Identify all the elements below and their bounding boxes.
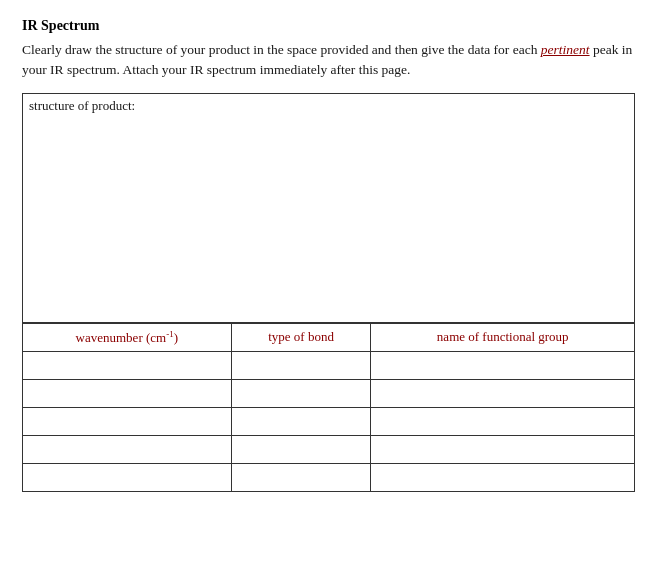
table-row — [23, 435, 635, 463]
cell-group-3 — [371, 407, 635, 435]
table-row — [23, 351, 635, 379]
cell-wavenumber-5 — [23, 463, 232, 491]
cell-wavenumber-2 — [23, 379, 232, 407]
cell-bond-5 — [231, 463, 371, 491]
cell-group-4 — [371, 435, 635, 463]
cell-wavenumber-1 — [23, 351, 232, 379]
table-row — [23, 463, 635, 491]
description: Clearly draw the structure of your produ… — [22, 40, 635, 81]
col-wavenumber: wavenumber (cm-1) — [23, 323, 232, 351]
cell-bond-3 — [231, 407, 371, 435]
col-type-of-bond: type of bond — [231, 323, 371, 351]
ir-data-table: wavenumber (cm-1) type of bond name of f… — [22, 323, 635, 492]
cell-group-1 — [371, 351, 635, 379]
cell-bond-2 — [231, 379, 371, 407]
cell-wavenumber-3 — [23, 407, 232, 435]
structure-label: structure of product: — [29, 98, 135, 114]
cell-wavenumber-4 — [23, 435, 232, 463]
cell-group-2 — [371, 379, 635, 407]
col-functional-group: name of functional group — [371, 323, 635, 351]
description-start: Clearly draw the structure of your produ… — [22, 42, 541, 57]
section-title: IR Spectrum — [22, 18, 635, 34]
table-row — [23, 407, 635, 435]
superscript-minus1: -1 — [166, 329, 174, 339]
table-header-row: wavenumber (cm-1) type of bond name of f… — [23, 323, 635, 351]
cell-group-5 — [371, 463, 635, 491]
structure-box: structure of product: — [22, 93, 635, 323]
cell-bond-1 — [231, 351, 371, 379]
table-row — [23, 379, 635, 407]
cell-bond-4 — [231, 435, 371, 463]
pertinent-italic: pertinent — [541, 42, 590, 57]
